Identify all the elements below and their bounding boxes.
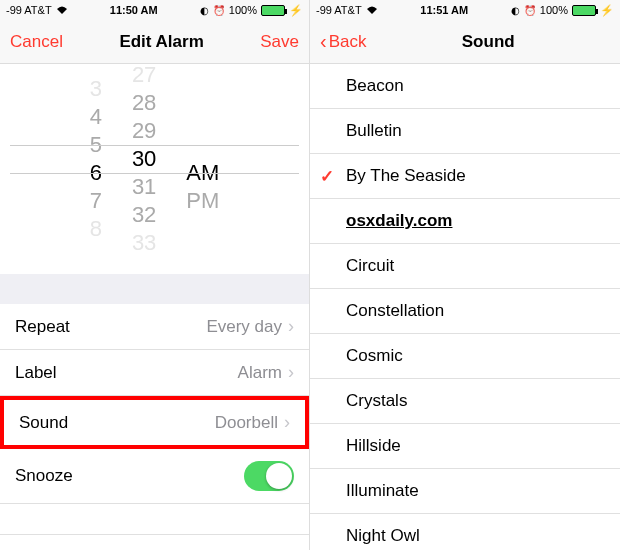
section-spacer bbox=[0, 274, 309, 304]
chevron-left-icon: ‹ bbox=[320, 30, 327, 53]
sound-option[interactable]: Cosmic bbox=[310, 334, 620, 379]
sound-option-label: osxdaily.com bbox=[346, 211, 452, 231]
label-value: Alarm bbox=[238, 363, 282, 383]
sound-option[interactable]: Circuit bbox=[310, 244, 620, 289]
checkmark-icon: ✓ bbox=[320, 166, 334, 187]
edit-alarm-screen: -99 AT&T 11:50 AM 100% ⚡ Cancel Edit Ala… bbox=[0, 0, 310, 550]
battery-pct: 100% bbox=[540, 4, 568, 16]
sound-option-label: Night Owl bbox=[346, 526, 420, 546]
carrier-text: -99 AT&T bbox=[316, 4, 362, 16]
sound-option-label: Illuminate bbox=[346, 481, 419, 501]
battery-pct: 100% bbox=[229, 4, 257, 16]
nav-title: Sound bbox=[462, 32, 515, 52]
wifi-icon bbox=[56, 5, 68, 15]
minute-wheel[interactable]: 27 28 29 30 31 32 33 bbox=[117, 61, 171, 257]
status-time: 11:50 AM bbox=[110, 4, 158, 16]
ampm-wheel[interactable]: AM PM bbox=[171, 75, 234, 243]
battery-icon bbox=[572, 5, 596, 16]
status-bar: -99 AT&T 11:51 AM 100% ⚡ bbox=[310, 0, 620, 20]
save-button[interactable]: Save bbox=[260, 32, 299, 52]
snooze-toggle[interactable] bbox=[244, 461, 294, 491]
sound-option[interactable]: Hillside bbox=[310, 424, 620, 469]
charging-icon: ⚡ bbox=[289, 4, 303, 17]
sound-option[interactable]: Night Owl bbox=[310, 514, 620, 550]
sound-option-label: By The Seaside bbox=[346, 166, 466, 186]
chevron-right-icon: › bbox=[284, 412, 290, 433]
back-button[interactable]: ‹ Back bbox=[320, 30, 366, 53]
sound-option-label: Beacon bbox=[346, 76, 404, 96]
sound-option-label: Circuit bbox=[346, 256, 394, 276]
sound-label: Sound bbox=[19, 413, 68, 433]
carrier-text: -99 AT&T bbox=[6, 4, 52, 16]
orientation-lock-icon bbox=[200, 4, 209, 16]
alarm-icon bbox=[213, 4, 225, 16]
back-label: Back bbox=[329, 32, 367, 52]
charging-icon: ⚡ bbox=[600, 4, 614, 17]
label-row[interactable]: Label Alarm › bbox=[0, 350, 309, 396]
sound-picker-screen: -99 AT&T 11:51 AM 100% ⚡ ‹ Back Sound Be… bbox=[310, 0, 620, 550]
sound-option[interactable]: Crystals bbox=[310, 379, 620, 424]
wifi-icon bbox=[366, 5, 378, 15]
snooze-label: Snooze bbox=[15, 466, 73, 486]
sound-option-label: Hillside bbox=[346, 436, 401, 456]
status-bar: -99 AT&T 11:50 AM 100% ⚡ bbox=[0, 0, 309, 20]
cancel-button[interactable]: Cancel bbox=[10, 32, 63, 52]
sound-option[interactable]: Bulletin bbox=[310, 109, 620, 154]
label-label: Label bbox=[15, 363, 57, 383]
repeat-row[interactable]: Repeat Every day › bbox=[0, 304, 309, 350]
sound-option[interactable]: ✓By The Seaside bbox=[310, 154, 620, 199]
orientation-lock-icon bbox=[511, 4, 520, 16]
sound-row[interactable]: Sound Doorbell › bbox=[0, 396, 309, 449]
nav-bar: ‹ Back Sound bbox=[310, 20, 620, 64]
snooze-row: Snooze bbox=[0, 449, 309, 504]
sound-value: Doorbell bbox=[215, 413, 278, 433]
time-picker[interactable]: 3 4 5 6 7 8 27 28 29 30 31 32 33 AM PM bbox=[0, 64, 309, 254]
delete-alarm-button[interactable]: Delete Alarm bbox=[0, 534, 309, 550]
battery-icon bbox=[261, 5, 285, 16]
sound-option[interactable]: Illuminate bbox=[310, 469, 620, 514]
sound-option[interactable]: Beacon bbox=[310, 64, 620, 109]
sound-option-label: Cosmic bbox=[346, 346, 403, 366]
repeat-label: Repeat bbox=[15, 317, 70, 337]
nav-bar: Cancel Edit Alarm Save bbox=[0, 20, 309, 64]
chevron-right-icon: › bbox=[288, 362, 294, 383]
sound-option-label: Crystals bbox=[346, 391, 407, 411]
hour-wheel[interactable]: 3 4 5 6 7 8 bbox=[75, 75, 117, 243]
sound-option[interactable]: Constellation bbox=[310, 289, 620, 334]
sound-list: BeaconBulletin✓By The Seasideosxdaily.co… bbox=[310, 64, 620, 550]
chevron-right-icon: › bbox=[288, 316, 294, 337]
alarm-icon bbox=[524, 4, 536, 16]
alarm-settings-group: Repeat Every day › Label Alarm › Sound D… bbox=[0, 304, 309, 504]
sound-option-label: Bulletin bbox=[346, 121, 402, 141]
sound-option[interactable]: osxdaily.com bbox=[310, 199, 620, 244]
nav-title: Edit Alarm bbox=[119, 32, 203, 52]
repeat-value: Every day bbox=[206, 317, 282, 337]
status-time: 11:51 AM bbox=[420, 4, 468, 16]
sound-option-label: Constellation bbox=[346, 301, 444, 321]
